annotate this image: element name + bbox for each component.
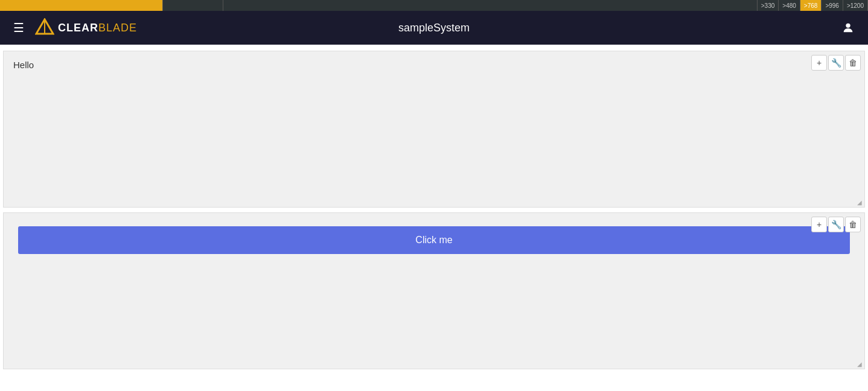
widget-toolbar-2: + 🔧 🗑 bbox=[811, 217, 861, 232]
bp-xs bbox=[0, 0, 163, 11]
bp-sm bbox=[163, 0, 223, 11]
resize-handle-1[interactable]: ◢ bbox=[856, 199, 863, 206]
widget-panel-2: + 🔧 🗑 Click me ◢ bbox=[3, 212, 865, 369]
bp-768: >768 bbox=[800, 0, 822, 11]
user-icon bbox=[841, 21, 855, 34]
logo-text: CLEAR BLADE bbox=[58, 22, 137, 34]
delete-widget-button-1[interactable]: 🗑 bbox=[845, 55, 861, 71]
navbar-title: sampleSystem bbox=[398, 22, 470, 34]
widget-content-1: Hello bbox=[4, 51, 864, 78]
hamburger-button[interactable]: ☰ bbox=[10, 17, 28, 39]
bp-md bbox=[223, 0, 758, 11]
wrench-icon: 🔧 bbox=[831, 58, 841, 68]
widget-content-2: Click me bbox=[4, 213, 864, 262]
settings-widget-button-1[interactable]: 🔧 bbox=[828, 55, 844, 71]
hello-text: Hello bbox=[13, 60, 34, 70]
trash-icon-2: 🗑 bbox=[849, 220, 857, 229]
user-profile-button[interactable] bbox=[838, 17, 858, 38]
breakpoint-bar: >330 >480 >768 >996 >1200 bbox=[0, 0, 868, 11]
main-content: + 🔧 🗑 Hello ◢ + 🔧 🗑 Cli bbox=[0, 45, 868, 380]
navbar-left: ☰ CLEAR BLADE bbox=[10, 17, 137, 39]
delete-widget-button-2[interactable]: 🗑 bbox=[845, 217, 861, 232]
logo: CLEAR BLADE bbox=[35, 18, 137, 37]
wrench-icon-2: 🔧 bbox=[831, 220, 841, 229]
plus-icon: + bbox=[817, 58, 822, 68]
logo-clear: CLEAR bbox=[58, 22, 98, 34]
clearblade-logo-icon bbox=[35, 18, 54, 37]
bp-480: >480 bbox=[779, 0, 800, 11]
widget-toolbar-1: + 🔧 🗑 bbox=[811, 55, 861, 71]
settings-widget-button-2[interactable]: 🔧 bbox=[828, 217, 844, 232]
bp-1200: >1200 bbox=[843, 0, 868, 11]
click-me-button[interactable]: Click me bbox=[18, 226, 850, 254]
logo-blade: BLADE bbox=[98, 22, 137, 34]
bp-996: >996 bbox=[822, 0, 843, 11]
hamburger-icon: ☰ bbox=[13, 21, 24, 35]
navbar: ☰ CLEAR BLADE sampleSystem bbox=[0, 11, 868, 45]
trash-icon: 🗑 bbox=[849, 58, 857, 68]
plus-icon-2: + bbox=[817, 220, 822, 229]
add-widget-button-1[interactable]: + bbox=[811, 55, 827, 71]
navbar-right bbox=[838, 17, 858, 38]
bp-330: >330 bbox=[758, 0, 779, 11]
resize-handle-2[interactable]: ◢ bbox=[856, 360, 863, 367]
add-widget-button-2[interactable]: + bbox=[811, 217, 827, 232]
svg-point-2 bbox=[846, 24, 850, 28]
widget-panel-1: + 🔧 🗑 Hello ◢ bbox=[3, 51, 865, 208]
